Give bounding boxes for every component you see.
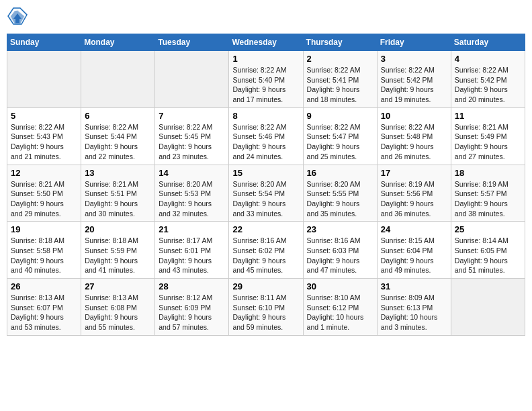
day-info: Sunrise: 8:21 AMSunset: 5:49 PMDaylight:… [455,122,521,162]
calendar-cell: 29Sunrise: 8:11 AMSunset: 6:10 PMDayligh… [229,279,303,336]
calendar-cell: 6Sunrise: 8:22 AMSunset: 5:44 PMDaylight… [81,107,155,165]
calendar-cell: 4Sunrise: 8:22 AMSunset: 5:42 PMDaylight… [451,51,525,108]
calendar-cell: 24Sunrise: 8:15 AMSunset: 6:04 PMDayligh… [377,222,451,279]
day-info: Sunrise: 8:21 AMSunset: 5:50 PMDaylight:… [11,179,77,219]
day-info: Sunrise: 8:19 AMSunset: 5:56 PMDaylight:… [381,179,447,219]
day-info: Sunrise: 8:22 AMSunset: 5:42 PMDaylight:… [455,65,521,105]
day-number: 24 [381,224,447,234]
day-info: Sunrise: 8:10 AMSunset: 6:12 PMDaylight:… [307,293,373,332]
calendar-cell: 19Sunrise: 8:18 AMSunset: 5:58 PMDayligh… [7,222,81,279]
logo-icon [7,7,28,28]
day-info: Sunrise: 8:22 AMSunset: 5:43 PMDaylight:… [11,122,77,162]
day-number: 16 [307,168,373,178]
logo [7,7,28,28]
calendar-week-row: 1Sunrise: 8:22 AMSunset: 5:40 PMDaylight… [7,51,525,108]
day-number: 23 [307,224,373,234]
calendar-week-row: 12Sunrise: 8:21 AMSunset: 5:50 PMDayligh… [7,165,525,222]
calendar-cell: 23Sunrise: 8:16 AMSunset: 6:03 PMDayligh… [303,222,377,279]
day-number: 30 [307,281,373,291]
day-info: Sunrise: 8:22 AMSunset: 5:45 PMDaylight:… [159,122,225,162]
calendar-cell: 27Sunrise: 8:13 AMSunset: 6:08 PMDayligh… [81,279,155,336]
calendar-cell: 26Sunrise: 8:13 AMSunset: 6:07 PMDayligh… [7,279,81,336]
day-info: Sunrise: 8:20 AMSunset: 5:53 PMDaylight:… [159,179,225,219]
day-info: Sunrise: 8:18 AMSunset: 5:59 PMDaylight:… [85,236,151,275]
calendar-cell: 14Sunrise: 8:20 AMSunset: 5:53 PMDayligh… [155,165,229,222]
day-info: Sunrise: 8:11 AMSunset: 6:10 PMDaylight:… [232,293,299,332]
day-number: 21 [159,224,225,234]
calendar-cell: 15Sunrise: 8:20 AMSunset: 5:54 PMDayligh… [229,165,303,222]
day-number: 12 [11,168,77,178]
weekday-header: Thursday [303,34,377,51]
day-number: 9 [307,111,373,121]
weekday-header-row: SundayMondayTuesdayWednesdayThursdayFrid… [7,34,525,51]
calendar-cell: 12Sunrise: 8:21 AMSunset: 5:50 PMDayligh… [7,165,81,222]
day-info: Sunrise: 8:20 AMSunset: 5:55 PMDaylight:… [307,179,373,219]
day-info: Sunrise: 8:13 AMSunset: 6:07 PMDaylight:… [11,293,77,332]
day-info: Sunrise: 8:22 AMSunset: 5:47 PMDaylight:… [307,122,373,162]
day-number: 28 [159,281,225,291]
day-info: Sunrise: 8:13 AMSunset: 6:08 PMDaylight:… [85,293,151,332]
day-number: 11 [455,111,521,121]
calendar-cell [7,51,81,108]
day-info: Sunrise: 8:22 AMSunset: 5:40 PMDaylight:… [232,65,299,105]
calendar-cell: 31Sunrise: 8:09 AMSunset: 6:13 PMDayligh… [377,279,451,336]
day-number: 31 [381,281,447,291]
calendar-week-row: 26Sunrise: 8:13 AMSunset: 6:07 PMDayligh… [7,279,525,336]
day-number: 7 [159,111,225,121]
day-number: 3 [381,54,447,64]
calendar-cell: 22Sunrise: 8:16 AMSunset: 6:02 PMDayligh… [229,222,303,279]
page: SundayMondayTuesdayWednesdayThursdayFrid… [0,0,532,411]
calendar-cell: 8Sunrise: 8:22 AMSunset: 5:46 PMDaylight… [229,107,303,165]
weekday-header: Friday [377,34,451,51]
calendar-cell: 3Sunrise: 8:22 AMSunset: 5:42 PMDaylight… [377,51,451,108]
day-info: Sunrise: 8:12 AMSunset: 6:09 PMDaylight:… [159,293,225,332]
day-info: Sunrise: 8:20 AMSunset: 5:54 PMDaylight:… [232,179,299,219]
weekday-header: Sunday [7,34,81,51]
calendar-cell: 10Sunrise: 8:22 AMSunset: 5:48 PMDayligh… [377,107,451,165]
day-number: 15 [232,168,299,178]
day-number: 29 [232,281,299,291]
calendar-cell [451,279,525,336]
day-number: 5 [11,111,77,121]
calendar-cell: 5Sunrise: 8:22 AMSunset: 5:43 PMDaylight… [7,107,81,165]
calendar-cell: 2Sunrise: 8:22 AMSunset: 5:41 PMDaylight… [303,51,377,108]
calendar-cell: 1Sunrise: 8:22 AMSunset: 5:40 PMDaylight… [229,51,303,108]
day-info: Sunrise: 8:16 AMSunset: 6:03 PMDaylight:… [307,236,373,275]
calendar-cell: 28Sunrise: 8:12 AMSunset: 6:09 PMDayligh… [155,279,229,336]
day-info: Sunrise: 8:22 AMSunset: 5:46 PMDaylight:… [232,122,299,162]
calendar-cell: 25Sunrise: 8:14 AMSunset: 6:05 PMDayligh… [451,222,525,279]
calendar-cell: 20Sunrise: 8:18 AMSunset: 5:59 PMDayligh… [81,222,155,279]
day-info: Sunrise: 8:17 AMSunset: 6:01 PMDaylight:… [159,236,225,275]
header [7,7,525,28]
day-number: 13 [85,168,151,178]
calendar-cell [155,51,229,108]
day-info: Sunrise: 8:22 AMSunset: 5:42 PMDaylight:… [381,65,447,105]
calendar-cell: 7Sunrise: 8:22 AMSunset: 5:45 PMDaylight… [155,107,229,165]
day-info: Sunrise: 8:22 AMSunset: 5:44 PMDaylight:… [85,122,151,162]
calendar-week-row: 19Sunrise: 8:18 AMSunset: 5:58 PMDayligh… [7,222,525,279]
weekday-header: Saturday [451,34,525,51]
day-number: 10 [381,111,447,121]
day-number: 4 [455,54,521,64]
day-info: Sunrise: 8:22 AMSunset: 5:48 PMDaylight:… [381,122,447,162]
calendar-cell: 17Sunrise: 8:19 AMSunset: 5:56 PMDayligh… [377,165,451,222]
calendar-cell: 9Sunrise: 8:22 AMSunset: 5:47 PMDaylight… [303,107,377,165]
day-info: Sunrise: 8:09 AMSunset: 6:13 PMDaylight:… [381,293,447,332]
day-number: 26 [11,281,77,291]
day-number: 19 [11,224,77,234]
day-info: Sunrise: 8:22 AMSunset: 5:41 PMDaylight:… [307,65,373,105]
calendar-cell: 21Sunrise: 8:17 AMSunset: 6:01 PMDayligh… [155,222,229,279]
weekday-header: Wednesday [229,34,303,51]
day-number: 2 [307,54,373,64]
calendar-cell: 18Sunrise: 8:19 AMSunset: 5:57 PMDayligh… [451,165,525,222]
calendar-cell: 11Sunrise: 8:21 AMSunset: 5:49 PMDayligh… [451,107,525,165]
calendar-cell: 16Sunrise: 8:20 AMSunset: 5:55 PMDayligh… [303,165,377,222]
calendar-cell: 13Sunrise: 8:21 AMSunset: 5:51 PMDayligh… [81,165,155,222]
day-info: Sunrise: 8:18 AMSunset: 5:58 PMDaylight:… [11,236,77,275]
day-number: 6 [85,111,151,121]
day-number: 25 [455,224,521,234]
day-info: Sunrise: 8:21 AMSunset: 5:51 PMDaylight:… [85,179,151,219]
day-info: Sunrise: 8:14 AMSunset: 6:05 PMDaylight:… [455,236,521,275]
day-number: 20 [85,224,151,234]
day-number: 8 [232,111,299,121]
